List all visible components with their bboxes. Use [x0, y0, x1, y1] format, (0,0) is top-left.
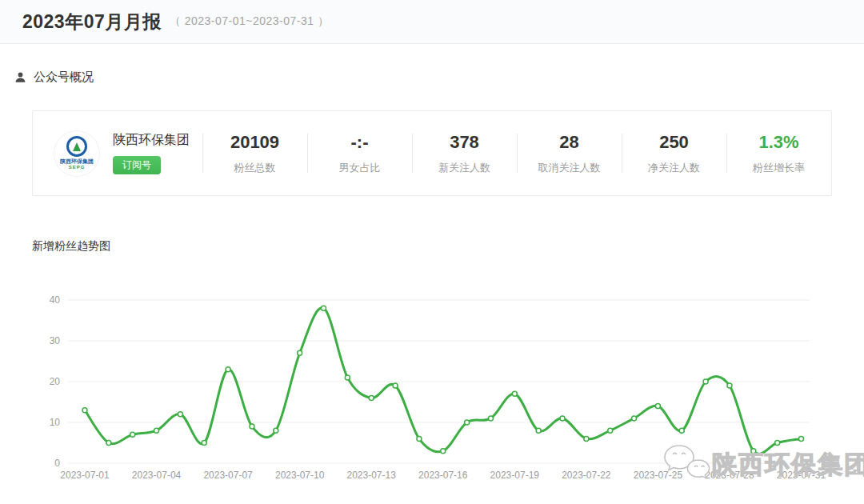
- account-info: 陕西环保集团 SEPG 陕西环保集团 订阅号: [33, 111, 202, 195]
- stat-value: -:-: [351, 132, 369, 153]
- svg-text:0: 0: [54, 458, 60, 469]
- svg-text:2023-07-10: 2023-07-10: [275, 470, 325, 481]
- stat-label: 粉丝总数: [234, 161, 276, 175]
- svg-text:40: 40: [50, 294, 61, 306]
- stat-label: 男女占比: [339, 161, 381, 175]
- svg-text:2023-07-28: 2023-07-28: [705, 470, 754, 481]
- line-chart-canvas: 0102030402023-07-012023-07-042023-07-072…: [0, 272, 864, 496]
- stat-label: 新关注人数: [438, 161, 490, 175]
- svg-text:10: 10: [50, 417, 61, 428]
- svg-text:2023-07-16: 2023-07-16: [418, 470, 468, 481]
- svg-text:2023-07-25: 2023-07-25: [634, 470, 683, 481]
- svg-text:2023-07-01: 2023-07-01: [60, 470, 110, 481]
- account-overview-card: 陕西环保集团 SEPG 陕西环保集团 订阅号 20109 粉丝总数 -:- 男女…: [32, 110, 832, 196]
- svg-text:20: 20: [50, 376, 61, 387]
- svg-text:2023-07-04: 2023-07-04: [132, 470, 182, 481]
- svg-text:2023-07-22: 2023-07-22: [562, 470, 611, 481]
- account-avatar: 陕西环保集团 SEPG: [54, 130, 100, 177]
- svg-text:2023-07-19: 2023-07-19: [490, 470, 540, 481]
- stat-value: 250: [659, 132, 689, 153]
- stat-gender-ratio: -:- 男女占比: [307, 111, 412, 195]
- svg-text:2023-07-31: 2023-07-31: [777, 470, 826, 481]
- svg-text:30: 30: [50, 335, 61, 346]
- stat-net-followers: 250 净关注人数: [622, 111, 726, 195]
- stat-label: 净关注人数: [648, 161, 700, 175]
- page-title: 2023年07月月报: [22, 10, 162, 34]
- new-fans-trend-chart: 0102030402023-07-012023-07-042023-07-072…: [0, 272, 864, 496]
- svg-text:2023-07-13: 2023-07-13: [347, 470, 397, 481]
- stat-value: 20109: [230, 132, 279, 153]
- account-overview-section-header: 公众号概况: [14, 70, 94, 85]
- stat-label: 取消关注人数: [538, 161, 601, 175]
- logo-emblem-icon: [66, 136, 87, 157]
- stat-value: 378: [450, 132, 479, 153]
- stat-growth-rate: 1.3% 粉丝增长率: [726, 111, 831, 195]
- stat-value: 1.3%: [758, 132, 798, 153]
- account-type-badge: 订阅号: [113, 156, 161, 174]
- account-name: 陕西环保集团: [113, 132, 190, 149]
- svg-text:2023-07-07: 2023-07-07: [203, 470, 253, 481]
- chart-title: 新增粉丝趋势图: [32, 239, 110, 254]
- logo-text-en: SEPG: [69, 165, 86, 170]
- stat-label: 粉丝增长率: [753, 161, 805, 175]
- person-icon: [14, 71, 26, 83]
- stat-unfollowers: 28 取消关注人数: [517, 111, 622, 195]
- stat-total-fans: 20109 粉丝总数: [202, 111, 307, 195]
- logo-text-cn: 陕西环保集团: [60, 158, 94, 165]
- section-title: 公众号概况: [34, 70, 94, 85]
- monthly-report-page: 2023年07月月报 （ 2023-07-01~2023-07-31 ） 公众号…: [0, 0, 864, 504]
- report-header: 2023年07月月报 （ 2023-07-01~2023-07-31 ）: [0, 0, 864, 44]
- stat-value: 28: [559, 132, 578, 153]
- date-range: （ 2023-07-01~2023-07-31 ）: [170, 14, 330, 29]
- stat-new-followers: 378 新关注人数: [412, 111, 517, 195]
